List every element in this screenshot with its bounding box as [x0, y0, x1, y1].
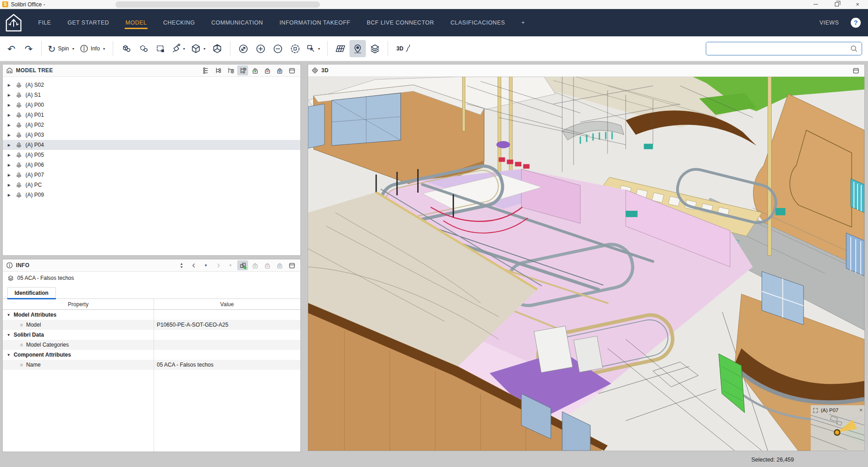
info-panel: INFO ▼ ▼ 05 ACA - Falsos techos Identifi… — [2, 259, 301, 452]
3d-model-render[interactable] — [308, 77, 864, 451]
value-cell — [154, 340, 300, 350]
select-similar-button[interactable] — [135, 40, 151, 57]
basket-remove-button[interactable] — [262, 65, 273, 75]
search-input[interactable] — [706, 45, 850, 52]
minimize-button[interactable] — [805, 0, 826, 9]
table-group-row[interactable]: ▼Component Attributes — [3, 350, 300, 360]
table-row[interactable]: ≡Model Categories — [3, 340, 300, 350]
expand-caret-icon[interactable]: ▶ — [8, 123, 15, 127]
menu-item-file[interactable]: FILE — [37, 16, 52, 29]
views-menu[interactable]: VIEWS — [818, 16, 840, 29]
menu-item-communication[interactable]: COMMUNICATION — [210, 16, 264, 29]
menu-item-checking[interactable]: CHECKING — [162, 16, 196, 29]
menu-item-clasificaciones[interactable]: CLASIFICACIONES — [449, 16, 506, 29]
menu-item-add-layout[interactable]: + — [520, 16, 526, 29]
sort-layers-button[interactable] — [225, 65, 236, 75]
tree-item[interactable]: ▶(A) P05 — [3, 150, 300, 160]
expand-caret-icon[interactable]: ▶ — [8, 103, 15, 107]
styling-button[interactable]: ▼ — [170, 40, 188, 57]
layers-button[interactable] — [367, 40, 383, 57]
tree-item[interactable]: ▶(A) P09 — [3, 190, 300, 200]
panel-layout-button[interactable] — [286, 65, 297, 75]
expand-caret-icon[interactable]: ▶ — [8, 193, 15, 197]
next-dropdown-button[interactable]: ▼ — [225, 260, 236, 270]
menu-item-model[interactable]: MODEL — [125, 16, 148, 29]
tree-item[interactable]: ▶(A) P07 — [3, 170, 300, 180]
table-row[interactable]: ≡Name 05 ACA - Falsos techos — [3, 360, 300, 370]
expand-caret-icon[interactable]: ▶ — [8, 113, 15, 117]
property-label: Model Categories — [26, 342, 69, 348]
next-button[interactable] — [213, 260, 224, 270]
expand-icon[interactable] — [813, 407, 818, 413]
table-group-row[interactable]: ▼Model Attributes — [3, 310, 300, 320]
tree-item[interactable]: ▶(A) P01 — [3, 110, 300, 120]
basket-add-button[interactable] — [249, 65, 260, 75]
select-similar-button[interactable] — [237, 260, 248, 270]
select-components-button[interactable] — [118, 40, 134, 57]
expand-caret-icon[interactable]: ▶ — [8, 93, 15, 97]
close-button[interactable]: × — [847, 0, 868, 9]
tree-item[interactable]: ▶(A) P00 — [3, 100, 300, 110]
zoom-extents-button[interactable] — [235, 40, 251, 57]
marquee-select-button[interactable] — [152, 40, 169, 57]
expand-caret-icon[interactable]: ▶ — [8, 133, 15, 137]
zoom-out-button[interactable] — [269, 40, 286, 57]
basket-contents-button[interactable] — [274, 260, 285, 270]
collapse-caret-icon[interactable]: ▼ — [7, 353, 10, 357]
panel-layout-button[interactable] — [286, 260, 297, 270]
minimap-close-button[interactable]: × — [859, 407, 863, 413]
walk-position-button[interactable] — [349, 40, 366, 57]
expand-caret-icon[interactable]: ▶ — [8, 83, 15, 87]
model-tree-header: MODEL TREE — [3, 65, 300, 77]
menu-item-bcf-live-connector[interactable]: BCF LIVE CONNECTOR — [366, 16, 435, 29]
basket-add-button[interactable] — [249, 260, 260, 270]
tree-item-label: (A) PC — [25, 182, 42, 188]
tree-item[interactable]: ▶(A) P03 — [3, 130, 300, 140]
3d-viewport[interactable]: (A) P07 × — [308, 77, 864, 451]
view-presets-button[interactable]: ▼ — [189, 40, 208, 57]
expand-caret-icon[interactable]: ▶ — [8, 153, 15, 157]
tree-item[interactable]: ▶(A) P06 — [3, 160, 300, 170]
sort-hierarchy-icon — [239, 67, 247, 75]
tab-identification[interactable]: Identification — [7, 287, 56, 298]
previous-button[interactable] — [188, 260, 199, 270]
floor-plan-minimap[interactable]: (A) P07 × — [811, 405, 864, 451]
sort-tree-button[interactable] — [213, 65, 224, 75]
sort-flat-button[interactable] — [200, 65, 211, 75]
zoom-in-button[interactable] — [252, 40, 269, 57]
expand-caret-icon[interactable]: ▶ — [8, 163, 15, 167]
select-similar-icon — [239, 262, 247, 269]
expand-caret-icon[interactable]: ▶ — [8, 143, 15, 147]
zoom-window-button[interactable] — [287, 40, 303, 57]
table-row[interactable]: ≡Model P10650-PE-A-SOT-GEO-A25 — [3, 320, 300, 330]
undo-button[interactable]: ↶ — [3, 40, 20, 57]
main-menu-bar: FILE GET STARTED MODEL CHECKING COMMUNIC… — [0, 9, 868, 36]
menu-item-get-started[interactable]: GET STARTED — [66, 16, 110, 29]
info-tool-button[interactable]: Info ▼ — [78, 40, 108, 57]
3d-markup-button[interactable]: 3D — [393, 40, 412, 57]
panel-layout-button[interactable] — [850, 65, 861, 75]
table-group-row[interactable]: ▼Solibri Data — [3, 330, 300, 340]
tree-item-selected[interactable]: ▶(A) P04 — [3, 140, 300, 150]
menu-item-information-takeoff[interactable]: INFORMATION TAKEOFF — [279, 16, 351, 29]
collapse-caret-icon[interactable]: ▼ — [7, 313, 10, 317]
collapse-caret-icon[interactable]: ▼ — [7, 333, 10, 337]
redo-button[interactable]: ↷ — [20, 40, 37, 57]
basket-contents-button[interactable] — [274, 65, 285, 75]
tree-item[interactable]: ▶(A) S1 — [3, 90, 300, 100]
section-grid-button[interactable] — [332, 40, 349, 57]
sort-hierarchy-button[interactable] — [237, 65, 248, 75]
expand-caret-icon[interactable]: ▶ — [8, 173, 15, 177]
tree-item[interactable]: ▶(A) PC — [3, 180, 300, 190]
fit-planes-button[interactable] — [209, 40, 225, 57]
pick-select-button[interactable]: ▼ — [304, 40, 323, 57]
expand-caret-icon[interactable]: ▶ — [8, 183, 15, 187]
tree-item[interactable]: ▶(A) P02 — [3, 120, 300, 130]
tree-item[interactable]: ▶(A) S02 — [3, 80, 300, 90]
spin-tool-button[interactable]: ↻ Spin ▼ — [46, 40, 77, 57]
basket-remove-button[interactable] — [262, 260, 273, 270]
sort-updown-button[interactable] — [176, 260, 187, 270]
help-button[interactable]: ? — [851, 18, 861, 28]
maximize-button[interactable] — [826, 0, 847, 9]
previous-dropdown-button[interactable]: ▼ — [200, 260, 211, 270]
